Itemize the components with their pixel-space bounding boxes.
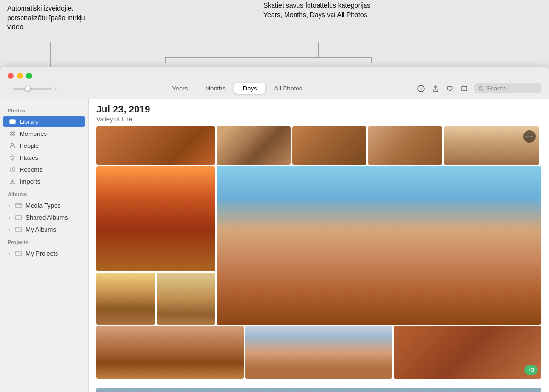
people-label: People xyxy=(20,142,39,149)
sidebar-item-my-albums[interactable]: › My Albums xyxy=(3,224,85,235)
svg-point-16 xyxy=(12,156,13,157)
zoom-control: − + xyxy=(8,85,57,92)
traffic-lights xyxy=(8,73,32,79)
photo-area: Jul 23, 2019 Valley of Fire ··· xyxy=(89,99,549,392)
callout-left: Automātiski izveidojiet personalizētu īp… xyxy=(7,4,98,32)
memories-icon xyxy=(9,130,16,137)
callout-area: Automātiski izveidojiet personalizētu īp… xyxy=(0,0,549,77)
shared-albums-label: Shared Albums xyxy=(25,214,68,221)
minimize-button[interactable] xyxy=(17,73,23,79)
my-projects-icon xyxy=(14,249,22,257)
search-box[interactable] xyxy=(474,83,541,93)
info-icon[interactable]: i xyxy=(417,84,425,93)
photo-thumb[interactable] xyxy=(157,273,216,325)
library-icon xyxy=(9,118,16,125)
media-types-icon xyxy=(14,202,22,209)
tab-years[interactable]: Years xyxy=(163,83,196,94)
main-content: Photos Library xyxy=(0,99,549,392)
title-bar xyxy=(0,67,549,83)
expand-icon-projects: › xyxy=(9,251,10,256)
toolbar-actions: i xyxy=(417,83,541,93)
day-title-jul23: Jul 23, 2019 xyxy=(96,104,541,115)
shared-albums-icon xyxy=(14,213,22,221)
app-container: Automātiski izveidojiet personalizētu īp… xyxy=(0,0,549,392)
svg-rect-10 xyxy=(10,120,15,124)
svg-point-8 xyxy=(479,86,482,90)
heart-icon[interactable] xyxy=(446,84,454,93)
window-chrome: − + Years Months Days All Photos xyxy=(0,67,549,99)
people-icon xyxy=(9,142,16,149)
sidebar-item-places[interactable]: Places xyxy=(3,152,85,163)
svg-line-9 xyxy=(482,90,483,91)
my-albums-label: My Albums xyxy=(25,226,56,233)
library-label: Library xyxy=(20,118,39,125)
expand-icon: › xyxy=(9,203,10,208)
tab-all-photos[interactable]: All Photos xyxy=(265,83,311,94)
photo-thumb[interactable] xyxy=(96,126,215,165)
sidebar-item-my-projects[interactable]: › My Projects xyxy=(3,247,85,259)
sidebar-item-library[interactable]: Library xyxy=(3,116,85,127)
memories-label: Memories xyxy=(20,130,47,137)
tab-months[interactable]: Months xyxy=(196,83,234,94)
svg-point-13 xyxy=(10,131,15,136)
photo-row-3: +3 xyxy=(96,326,541,379)
sidebar-section-photos: Photos xyxy=(0,104,88,115)
photo-thumb[interactable] xyxy=(245,326,393,379)
svg-rect-7 xyxy=(462,86,467,91)
my-albums-icon xyxy=(14,225,22,233)
sidebar-item-media-types[interactable]: › Media Types xyxy=(3,200,85,211)
photo-thumb[interactable] xyxy=(96,166,215,271)
photo-thumb[interactable]: ··· xyxy=(444,126,539,165)
photo-thumb[interactable] xyxy=(96,273,155,325)
view-tabs: Years Months Days All Photos xyxy=(57,83,417,94)
zoom-thumb[interactable] xyxy=(25,86,31,91)
callout-right: Skatiet savus fotoattēlus kategorijās Ye… xyxy=(263,1,374,20)
sidebar-item-shared-albums[interactable]: › Shared Albums xyxy=(3,212,85,223)
sidebar-section-albums: Albums xyxy=(0,188,88,199)
svg-rect-21 xyxy=(16,227,21,232)
imports-label: Imports xyxy=(20,178,40,185)
search-input[interactable] xyxy=(486,85,534,92)
tab-days[interactable]: Days xyxy=(234,83,266,94)
day-header-jul23: Jul 23, 2019 Valley of Fire xyxy=(96,99,541,126)
share-icon[interactable] xyxy=(431,84,440,93)
day-section-jul24: Jul 24, 2019 xyxy=(89,388,549,392)
jul24-header: Jul 24, 2019 xyxy=(96,388,541,392)
imports-icon xyxy=(9,178,16,185)
zoom-minus-button[interactable]: − xyxy=(8,85,11,92)
sidebar-section-projects: Projects xyxy=(0,235,88,247)
recents-label: Recents xyxy=(20,166,43,173)
sidebar: Photos Library xyxy=(0,99,89,392)
close-button[interactable] xyxy=(8,73,14,79)
toolbar: − + Years Months Days All Photos xyxy=(0,83,549,99)
sidebar-item-imports[interactable]: Imports xyxy=(3,176,85,187)
photo-row-1: ··· xyxy=(96,126,541,165)
svg-point-15 xyxy=(11,143,14,146)
search-icon xyxy=(478,86,484,91)
fullscreen-button[interactable] xyxy=(26,73,32,79)
rotate-icon[interactable] xyxy=(460,84,469,93)
more-dots-badge: ··· xyxy=(523,130,536,143)
zoom-slider[interactable] xyxy=(13,88,52,90)
photo-thumb[interactable] xyxy=(217,126,291,165)
svg-rect-18 xyxy=(16,203,21,208)
sidebar-item-recents[interactable]: Recents xyxy=(3,164,85,175)
plus3-badge: +3 xyxy=(524,365,538,375)
svg-rect-22 xyxy=(16,251,21,256)
app-window: − + Years Months Days All Photos xyxy=(0,67,549,392)
day-location-jul23: Valley of Fire xyxy=(96,115,541,123)
photo-thumb[interactable] xyxy=(96,326,244,379)
photo-row-2-left xyxy=(96,166,215,325)
photo-thumb[interactable]: +3 xyxy=(394,326,541,379)
places-label: Places xyxy=(20,154,38,161)
photo-thumb[interactable] xyxy=(368,126,442,165)
media-types-label: Media Types xyxy=(25,202,60,209)
day-section-jul23: Jul 23, 2019 Valley of Fire ··· xyxy=(89,99,549,388)
photo-thumb-large[interactable] xyxy=(217,166,541,325)
my-projects-label: My Projects xyxy=(25,250,58,257)
zoom-plus-button[interactable]: + xyxy=(54,85,57,92)
sidebar-item-people[interactable]: People xyxy=(3,140,85,151)
sidebar-item-memories[interactable]: Memories xyxy=(3,128,85,139)
photo-thumb[interactable] xyxy=(292,126,366,165)
photo-row-2 xyxy=(96,166,541,325)
